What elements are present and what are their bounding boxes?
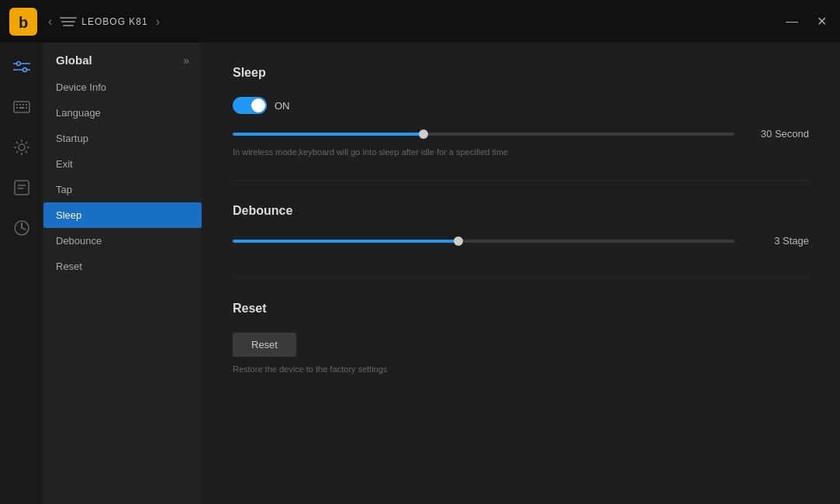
svg-line-22: [25, 151, 26, 153]
nav-item-language[interactable]: Language: [43, 100, 202, 126]
debounce-slider-value: 3 Stage: [747, 235, 809, 247]
nav-sidebar: Global » Device Info Language Startup Ex…: [43, 43, 202, 504]
sleep-slider-thumb[interactable]: [419, 129, 428, 139]
titlebar: b ‹ LEOBOG K81 › — ✕: [0, 0, 840, 43]
reset-button[interactable]: Reset: [233, 333, 296, 357]
content-area: Sleep ON 30 Second In wireless mode,keyb…: [202, 43, 840, 504]
device-next-button[interactable]: ›: [153, 13, 163, 30]
svg-rect-11: [22, 104, 24, 105]
titlebar-right: — ✕: [783, 12, 831, 31]
device-name-label: LEOBOG K81: [81, 16, 147, 27]
sleep-slider-track[interactable]: [233, 133, 735, 136]
sleep-toggle-row: ON: [233, 97, 809, 114]
nav-item-reset[interactable]: Reset: [43, 254, 202, 279]
debounce-title: Debounce: [233, 204, 809, 218]
nav-item-debounce[interactable]: Debounce: [43, 228, 202, 254]
svg-line-24: [16, 151, 17, 153]
svg-rect-13: [16, 107, 18, 109]
reset-title: Reset: [233, 302, 809, 316]
svg-point-2: [16, 62, 20, 66]
main-layout: Global » Device Info Language Startup Ex…: [0, 43, 840, 504]
nav-item-sleep[interactable]: Sleep: [43, 202, 202, 228]
sleep-toggle-knob: [251, 98, 265, 112]
sleep-slider-fill: [233, 133, 423, 136]
nav-item-tap[interactable]: Tap: [43, 177, 202, 202]
nav-title: Global: [56, 54, 92, 67]
minimize-button[interactable]: —: [783, 12, 801, 31]
sidebar-icon-macro[interactable]: [9, 174, 35, 201]
svg-rect-15: [26, 107, 27, 109]
sleep-slider-value: 30 Second: [747, 128, 809, 140]
svg-rect-9: [16, 104, 18, 105]
svg-rect-25: [15, 181, 29, 195]
sleep-hint: In wireless mode,keyboard will go into s…: [233, 147, 809, 157]
svg-rect-14: [19, 107, 24, 109]
sidebar-icon-keyboard[interactable]: [9, 94, 35, 120]
sidebar-icon-lighting[interactable]: [9, 134, 35, 161]
icon-sidebar: [0, 43, 43, 504]
svg-rect-12: [26, 104, 27, 105]
sidebar-icon-sliders[interactable]: [9, 54, 35, 80]
reset-hint: Restore the device to the factory settin…: [233, 364, 809, 374]
nav-item-exit[interactable]: Exit: [43, 151, 202, 177]
logo-icon: b: [9, 8, 37, 36]
svg-rect-10: [19, 104, 21, 105]
svg-line-23: [25, 142, 26, 143]
debounce-slider-thumb[interactable]: [454, 236, 463, 246]
reset-section: Reset Reset Restore the device to the fa…: [233, 302, 809, 397]
svg-line-21: [16, 142, 17, 143]
nav-item-startup[interactable]: Startup: [43, 126, 202, 151]
debounce-slider-fill: [233, 240, 458, 243]
nav-item-device-info[interactable]: Device Info: [43, 74, 202, 100]
keyboard-device-icon: [60, 17, 77, 26]
svg-point-5: [22, 68, 26, 72]
close-button[interactable]: ✕: [812, 12, 831, 31]
device-prev-button[interactable]: ‹: [45, 13, 55, 30]
debounce-slider-track[interactable]: [233, 240, 735, 243]
device-nav: ‹ LEOBOG K81 ›: [45, 13, 163, 30]
sleep-section: Sleep ON 30 Second In wireless mode,keyb…: [233, 66, 809, 181]
sleep-title: Sleep: [233, 66, 809, 80]
sleep-slider-row: 30 Second: [233, 128, 809, 140]
sidebar-icon-performance[interactable]: [9, 215, 35, 241]
sleep-toggle-label: ON: [275, 100, 290, 112]
titlebar-left: b ‹ LEOBOG K81 ›: [9, 8, 163, 36]
debounce-slider-row: 3 Stage: [233, 235, 809, 247]
svg-point-16: [19, 144, 25, 150]
nav-expand-button[interactable]: »: [183, 54, 189, 67]
svg-text:b: b: [19, 14, 28, 31]
nav-header: Global »: [43, 43, 202, 74]
sleep-toggle[interactable]: [233, 97, 267, 114]
debounce-section: Debounce 3 Stage: [233, 204, 809, 278]
